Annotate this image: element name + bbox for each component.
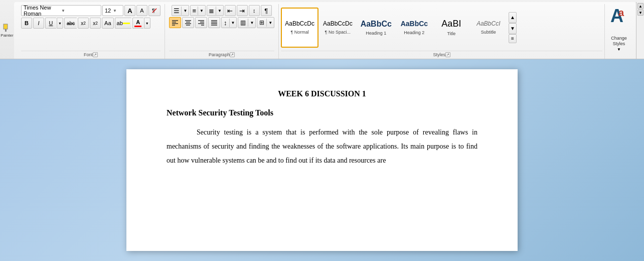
bullets-arrow: ▼ (182, 8, 189, 14)
style-title-label: Title (447, 31, 456, 36)
font-family-value: Times New Roman (24, 5, 61, 17)
line-spacing-split[interactable]: ↕ ▼ (221, 17, 237, 28)
style-subtitle-label: Subtitle (481, 30, 496, 35)
style-heading2[interactable]: AaBbCc Heading 2 (396, 8, 432, 48)
show-marks-button[interactable]: ¶ (261, 5, 272, 16)
font-row2: B I U ▼ abc x2 x2 Aa ab (21, 18, 160, 29)
style-subtitle-preview: AaBbCcI (476, 20, 500, 27)
style-title-preview: AaBI (441, 19, 461, 30)
sort-button[interactable]: ↕ (249, 5, 260, 16)
painter-button[interactable]: Painter (0, 2, 14, 59)
strikethrough-button[interactable]: abc (64, 18, 77, 29)
style-normal-preview: AaBbCcDc (285, 20, 314, 27)
line-spacing-arrow: ▼ (230, 20, 237, 26)
multilevel-icon: ≣ (207, 7, 216, 15)
bullets-split[interactable]: ☰ ▼ (172, 5, 189, 16)
svg-text:a: a (618, 7, 624, 18)
style-normal-label: ¶ Normal (290, 30, 308, 35)
font-row1: Times New Roman ▼ 12 ▼ A A ¶ (21, 5, 160, 16)
change-styles-dropdown-arrow: ▼ (617, 47, 621, 52)
styles-scroll-down[interactable]: ▼ (509, 23, 517, 34)
ribbon-scroll-up[interactable]: ▲ (637, 3, 643, 9)
underline-button[interactable]: U (45, 18, 56, 29)
font-size-selector[interactable]: 12 ▼ (102, 5, 123, 16)
styles-group: AaBbCcDc ¶ Normal AaBbCcDc ¶ No Spaci...… (279, 4, 605, 59)
document-paragraph1: Security testing is a system that is per… (167, 125, 477, 168)
ribbon: Painter Times New Roman ▼ 12 ▼ A A (0, 0, 644, 59)
font-shrink-button[interactable]: A (136, 5, 147, 16)
strikethrough-split: abc (64, 18, 77, 29)
increase-indent-button[interactable]: ⇥ (237, 5, 248, 16)
numbering-arrow: ▼ (198, 8, 205, 14)
para-controls: ☰ ▼ ≡ ▼ ≣ ▼ ⇤ ⇥ ↕ ¶ (169, 4, 274, 50)
multilevel-arrow: ▼ (216, 8, 223, 14)
style-no-spacing-label: ¶ No Spaci... (325, 30, 351, 35)
paragraph-expand-button[interactable]: ↗ (230, 52, 235, 57)
font-controls: Times New Roman ▼ 12 ▼ A A ¶ (21, 4, 160, 50)
style-no-spacing-preview: AaBbCcDc (323, 20, 353, 27)
font-group-label: Font ↗ (21, 51, 160, 59)
change-styles-svg: A a (609, 6, 628, 31)
document-title: WEEK 6 DISCUSSION 1 (167, 89, 477, 98)
paragraph-group-label: Paragraph ↗ (169, 51, 274, 59)
font-color-bar (134, 26, 141, 27)
align-center-button[interactable] (182, 17, 194, 28)
ribbon-scroll-down[interactable]: ▼ (637, 10, 643, 16)
align-left-button[interactable] (169, 17, 181, 28)
font-family-selector[interactable]: Times New Roman ▼ (21, 5, 101, 16)
justify-icon (211, 19, 218, 26)
styles-controls: AaBbCcDc ¶ Normal AaBbCcDc ¶ No Spaci...… (281, 4, 602, 50)
underline-arrow[interactable]: ▼ (57, 18, 63, 29)
svg-rect-0 (4, 24, 8, 29)
font-color-arrow[interactable]: ▼ (144, 18, 150, 29)
document-area: WEEK 6 DISCUSSION 1 Network Security Tes… (0, 59, 644, 261)
styles-expand-button[interactable]: ↗ (445, 52, 450, 57)
style-heading1[interactable]: AaBbCc Heading 1 (357, 8, 395, 48)
bold-button[interactable]: B (21, 18, 32, 29)
highlight-bar (123, 23, 130, 24)
subscript-button[interactable]: x2 (78, 18, 89, 29)
style-no-spacing[interactable]: AaBbCcDc ¶ No Spaci... (319, 8, 356, 48)
font-size-value: 12 (105, 8, 113, 14)
shading-arrow: ▼ (248, 20, 255, 26)
highlight-button[interactable]: ab (115, 18, 131, 29)
highlight-split[interactable]: ab (115, 18, 131, 29)
multilevel-split[interactable]: ≣ ▼ (207, 5, 224, 16)
style-normal[interactable]: AaBbCcDc ¶ Normal (281, 8, 318, 48)
style-subtitle[interactable]: AaBbCcI Subtitle (470, 8, 507, 48)
font-grow-button[interactable]: A (124, 5, 135, 16)
decrease-indent-button[interactable]: ⇤ (225, 5, 236, 16)
ribbon-scrollbar: ▲ ▼ (636, 2, 644, 59)
style-heading2-preview: AaBbCc (401, 20, 428, 28)
highlight-icon: ab (117, 21, 123, 26)
borders-icon: ⊞ (257, 19, 267, 27)
styles-scroll-up[interactable]: ▲ (509, 12, 517, 23)
font-color-split: A ▼ (132, 18, 150, 29)
font-family-arrow: ▼ (61, 9, 99, 13)
align-left-icon (172, 19, 179, 26)
italic-button[interactable]: I (33, 18, 44, 29)
clear-formatting-icon: ¶ (151, 7, 158, 14)
numbering-icon: ≡ (191, 7, 198, 15)
styles-scroll-more[interactable]: ≡ (509, 34, 517, 43)
style-title[interactable]: AaBI Title (433, 8, 469, 48)
document-page: WEEK 6 DISCUSSION 1 Network Security Tes… (126, 69, 518, 251)
bullets-icon: ☰ (172, 7, 182, 15)
paragraph-group: ☰ ▼ ≡ ▼ ≣ ▼ ⇤ ⇥ ↕ ¶ (165, 4, 279, 59)
justify-button[interactable] (208, 17, 220, 28)
borders-split[interactable]: ⊞ ▼ (257, 17, 274, 28)
align-right-icon (198, 19, 205, 26)
change-case-button[interactable]: Aa (102, 18, 113, 29)
style-heading1-preview: AaBbCc (361, 19, 392, 29)
superscript-button[interactable]: x2 (90, 18, 101, 29)
styles-group-label: Styles ↗ (281, 51, 602, 59)
shading-split[interactable]: ▥ ▼ (238, 17, 256, 28)
ribbon-main: Times New Roman ▼ 12 ▼ A A ¶ (14, 2, 636, 59)
align-right-button[interactable] (195, 17, 207, 28)
font-expand-button[interactable]: ↗ (93, 52, 98, 57)
clear-formatting-button[interactable]: ¶ (148, 5, 160, 16)
change-styles-button[interactable]: A a ChangeStyles ▼ (605, 4, 633, 59)
font-color-button[interactable]: A (132, 18, 143, 29)
svg-rect-1 (5, 29, 7, 32)
numbering-split[interactable]: ≡ ▼ (190, 5, 206, 16)
